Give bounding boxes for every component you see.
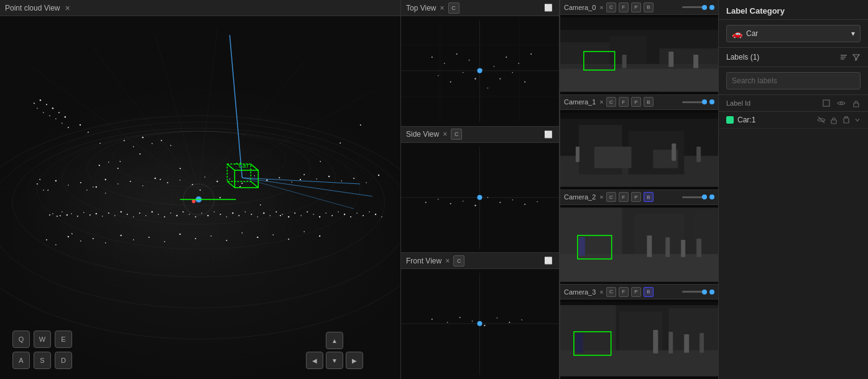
camera-1-btn-b[interactable]: B <box>644 97 653 107</box>
top-view-maximize[interactable]: ⬜ <box>543 2 554 14</box>
nav-left-btn[interactable]: ◀ <box>306 352 323 369</box>
camera-2-btn-p[interactable]: P <box>631 192 641 202</box>
point-cloud-titlebar: Point cloud View × <box>0 0 400 16</box>
camera-2-slider-thumb[interactable] <box>702 194 707 199</box>
svg-point-133 <box>68 127 69 128</box>
nav-up-btn[interactable]: ▲ <box>326 332 343 349</box>
camera-3-btn-c[interactable]: C <box>606 287 616 297</box>
keyboard-controls: Q W E A S D <box>12 331 72 369</box>
camera-1-close[interactable]: × <box>599 98 603 106</box>
sort-icon <box>839 53 848 62</box>
camera-3-btn-p[interactable]: P <box>631 287 641 297</box>
camera-1-slider-thumb[interactable] <box>702 99 707 104</box>
kb-key-d[interactable]: D <box>55 352 72 369</box>
top-view-content[interactable] <box>401 16 559 126</box>
svg-point-120 <box>303 231 305 232</box>
delete-icon[interactable] <box>842 116 851 124</box>
svg-point-25 <box>90 214 91 216</box>
camera-3-slider[interactable] <box>682 291 707 293</box>
camera-1-titlebar: Camera_1 × C F P B <box>560 95 718 110</box>
camera-1-btn-p[interactable]: P <box>631 97 641 107</box>
camera-0-btn-f[interactable]: F <box>619 2 629 12</box>
camera-1-btn-c[interactable]: C <box>606 97 616 107</box>
svg-point-36 <box>158 214 159 215</box>
svg-point-60 <box>307 211 308 212</box>
camera-3-btn-b[interactable]: B <box>644 287 653 297</box>
svg-point-71 <box>375 214 376 215</box>
camera-1-image[interactable] <box>560 110 718 190</box>
svg-point-123 <box>37 107 38 109</box>
label-id-header-icons <box>822 99 861 107</box>
label-row-car1[interactable]: Car:1 <box>719 112 868 129</box>
nav-up-row: ▲ <box>326 332 343 349</box>
camera-2-btn-c[interactable]: C <box>606 192 616 202</box>
camera-3-image[interactable] <box>560 299 718 379</box>
camera-2-image[interactable] <box>560 205 718 285</box>
point-cloud-close-btn[interactable]: × <box>65 3 70 13</box>
svg-point-181 <box>524 81 525 83</box>
kb-key-e[interactable]: E <box>55 331 72 348</box>
svg-rect-232 <box>560 208 622 260</box>
top-view-icon-c[interactable]: C <box>448 2 459 14</box>
camera-0-close[interactable]: × <box>599 4 603 11</box>
svg-point-145 <box>105 193 106 194</box>
camera-2-btn-b[interactable]: B <box>644 192 653 202</box>
camera-1-titlebar-left: Camera_1 × C F P B <box>564 97 653 107</box>
side-view-content[interactable] <box>401 143 559 253</box>
svg-point-34 <box>145 215 147 216</box>
svg-point-105 <box>80 240 81 242</box>
svg-point-48 <box>232 212 233 214</box>
eye-slash-icon[interactable] <box>817 116 826 124</box>
svg-point-188 <box>450 203 451 204</box>
svg-point-106 <box>93 238 94 239</box>
camera-0-image[interactable] <box>560 15 718 94</box>
camera-3-slider-thumb[interactable] <box>702 290 707 295</box>
front-view-maximize[interactable]: ⬜ <box>543 255 554 267</box>
svg-point-112 <box>179 234 180 235</box>
nav-right-btn[interactable]: ▶ <box>346 352 363 369</box>
svg-point-99 <box>353 178 354 179</box>
front-view-content[interactable] <box>401 269 559 379</box>
svg-point-115 <box>226 240 227 241</box>
camera-0-btn-b[interactable]: B <box>644 2 653 12</box>
search-labels-input[interactable] <box>726 72 861 89</box>
label-panel: Label Category 🚗 Car ▾ Labels (1) <box>718 0 868 379</box>
svg-point-45 <box>214 211 215 212</box>
kb-key-w[interactable]: W <box>34 331 51 348</box>
camera-0-slider-thumb[interactable] <box>702 5 707 10</box>
svg-point-18 <box>52 213 53 214</box>
side-view-close[interactable]: × <box>443 130 447 139</box>
side-view-icon-c[interactable]: C <box>451 129 462 140</box>
labels-filter-btn[interactable] <box>852 53 861 62</box>
camera-3-close[interactable]: × <box>599 288 603 296</box>
side-view-maximize[interactable]: ⬜ <box>543 129 554 140</box>
camera-0-btn-p[interactable]: P <box>631 2 641 12</box>
kb-key-q[interactable]: Q <box>12 331 30 348</box>
svg-point-132 <box>65 116 66 117</box>
camera-2-btn-f[interactable]: F <box>619 192 629 202</box>
svg-point-168 <box>469 60 470 61</box>
top-view-title: Top View <box>406 4 436 12</box>
kb-key-s[interactable]: S <box>34 352 51 369</box>
svg-point-142 <box>118 168 119 169</box>
point-cloud-canvas[interactable]: ^Car Q W E A S D ▲ <box>0 16 400 379</box>
kb-key-a[interactable]: A <box>12 352 30 369</box>
labels-sort-btn[interactable] <box>839 53 848 62</box>
camera-1-slider[interactable] <box>682 101 707 103</box>
lock-row-icon[interactable] <box>829 116 838 124</box>
camera-2-close[interactable]: × <box>599 193 603 201</box>
camera-2-slider[interactable] <box>682 196 707 198</box>
nav-down-btn[interactable]: ▼ <box>326 352 343 369</box>
top-view-close[interactable]: × <box>440 4 444 12</box>
label-category-select[interactable]: 🚗 Car ▾ <box>726 25 861 42</box>
svg-point-78 <box>93 186 94 188</box>
camera-0-slider[interactable] <box>682 6 707 8</box>
camera-3-btn-f[interactable]: F <box>619 287 629 297</box>
camera-1-btn-f[interactable]: F <box>619 97 629 107</box>
svg-point-91 <box>254 175 256 176</box>
svg-point-90 <box>241 183 242 184</box>
front-view-close[interactable]: × <box>445 257 450 265</box>
front-view-icon-c[interactable]: C <box>453 255 464 267</box>
camera-0-btn-c[interactable]: C <box>606 2 616 12</box>
label-dropdown-icon[interactable] <box>854 117 861 123</box>
